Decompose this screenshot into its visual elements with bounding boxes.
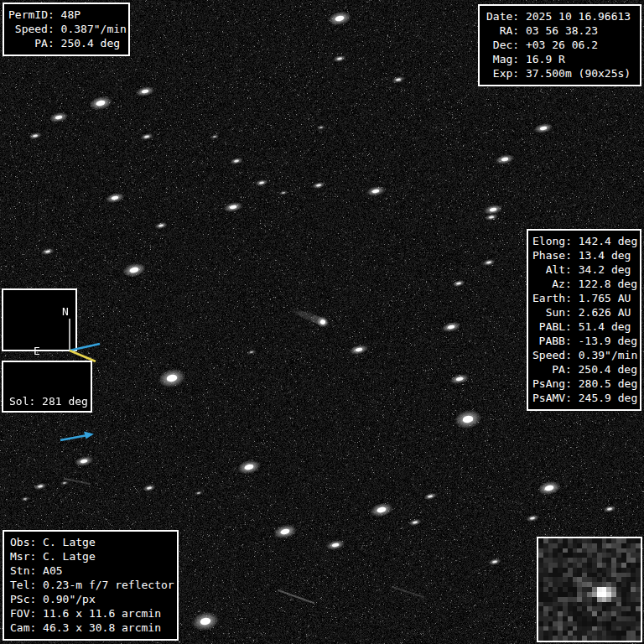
info-row: Msr:C. Latge bbox=[10, 549, 175, 564]
target-zoom-inset bbox=[537, 537, 642, 642]
info-value: 0.387"/min bbox=[55, 22, 127, 36]
target-info-box: PermID:48PSpeed:0.387"/minPA:250.4 deg bbox=[3, 3, 130, 56]
info-key: FOV: bbox=[10, 606, 36, 621]
info-key: PA: bbox=[8, 36, 55, 50]
info-value: 0.39"/min bbox=[572, 348, 637, 362]
info-row: Stn:A05 bbox=[10, 564, 175, 578]
info-key: RA: bbox=[486, 23, 519, 38]
sol-arrow-shaft bbox=[60, 435, 87, 440]
info-value: 1.765 AU bbox=[572, 291, 631, 305]
info-value: 2.626 AU bbox=[572, 305, 631, 319]
info-row: PABB:-13.9 deg bbox=[532, 334, 637, 348]
astrometry-view: PermID:48PSpeed:0.387"/minPA:250.4 deg D… bbox=[0, 0, 644, 644]
info-value: 280.5 deg bbox=[572, 377, 637, 391]
info-value: 0.90"/px bbox=[36, 592, 95, 606]
compass-box: N E bbox=[2, 288, 77, 351]
info-key: PsAMV: bbox=[532, 391, 572, 405]
info-key: Sol: bbox=[9, 394, 35, 408]
info-key: Date: bbox=[486, 9, 519, 23]
info-key: Speed: bbox=[8, 22, 55, 36]
info-value: +03 26 06.2 bbox=[519, 38, 598, 52]
info-value: 250.4 deg bbox=[572, 362, 637, 377]
info-value: 46.3 x 30.8 arcmin bbox=[36, 621, 161, 635]
info-key: Stn: bbox=[10, 564, 36, 578]
info-value: C. Latge bbox=[36, 535, 95, 549]
info-value: 34.2 deg bbox=[572, 262, 631, 277]
info-key: Exp: bbox=[486, 66, 519, 80]
info-value: C. Latge bbox=[36, 549, 95, 564]
info-key: Earth: bbox=[532, 291, 572, 305]
info-key: Mag: bbox=[486, 52, 519, 66]
sol-box: Sol:281 deg bbox=[2, 361, 92, 413]
compass-east-label: E bbox=[34, 345, 40, 357]
info-row: PSc:0.90"/px bbox=[10, 592, 175, 606]
info-key: PABL: bbox=[532, 319, 572, 334]
info-row: Obs:C. Latge bbox=[10, 535, 175, 549]
info-value: -13.9 deg bbox=[572, 334, 637, 348]
info-value: 13.4 deg bbox=[572, 248, 631, 262]
info-key: Dec: bbox=[486, 38, 519, 52]
info-row: Exp:37.500m (90x25s) bbox=[486, 66, 636, 80]
info-value: 142.4 deg bbox=[572, 234, 637, 248]
info-row: PermID:48P bbox=[8, 8, 127, 22]
info-value: 37.500m (90x25s) bbox=[519, 66, 631, 80]
info-value: 0.23-m f/7 reflector bbox=[36, 578, 174, 592]
info-value: 11.6 x 11.6 arcmin bbox=[36, 606, 161, 621]
ephemeris-info-box: Elong:142.4 degPhase:13.4 degAlt:34.2 de… bbox=[527, 229, 641, 411]
sol-arrow-graphic bbox=[35, 423, 116, 448]
info-row: Elong:142.4 deg bbox=[532, 234, 637, 248]
info-row: Phase:13.4 deg bbox=[532, 248, 637, 262]
info-key: Tel: bbox=[10, 578, 36, 592]
info-value: A05 bbox=[36, 564, 62, 578]
info-row: Mag:16.9 R bbox=[486, 52, 636, 66]
sol-arrow-head bbox=[84, 432, 94, 439]
info-value: 122.8 deg bbox=[572, 277, 637, 291]
info-value: 250.4 deg bbox=[55, 36, 120, 50]
info-key: PermID: bbox=[8, 8, 55, 22]
info-row: Date:2025 10 16.96613 bbox=[486, 9, 636, 23]
observation-info-box: Date:2025 10 16.96613RA:03 56 38.23Dec:+… bbox=[478, 4, 641, 86]
sun-direction-line bbox=[70, 344, 100, 351]
info-row: PsAng:280.5 deg bbox=[532, 377, 637, 391]
info-value: 245.9 deg bbox=[572, 391, 637, 405]
info-row: Earth:1.765 AU bbox=[532, 291, 637, 305]
info-key: Phase: bbox=[532, 248, 572, 262]
compass-graphic: N E bbox=[29, 304, 101, 364]
info-key: PSc: bbox=[10, 592, 36, 606]
info-row: Tel:0.23-m f/7 reflector bbox=[10, 578, 175, 592]
info-key: Sun: bbox=[532, 305, 572, 319]
info-row: Alt:34.2 deg bbox=[532, 262, 637, 277]
info-key: PABB: bbox=[532, 334, 572, 348]
sol-label: Sol:281 deg bbox=[9, 394, 87, 408]
info-value: 281 deg bbox=[35, 394, 88, 408]
info-value: 48P bbox=[55, 8, 80, 22]
info-row: Az:122.8 deg bbox=[532, 277, 637, 291]
info-row: PA:250.4 deg bbox=[8, 36, 127, 50]
info-row: PsAMV:245.9 deg bbox=[532, 391, 637, 405]
observer-info-box: Obs:C. LatgeMsr:C. LatgeStn:A05Tel:0.23-… bbox=[3, 530, 179, 641]
info-key: Alt: bbox=[532, 262, 572, 277]
info-key: Obs: bbox=[10, 535, 36, 549]
info-key: Cam: bbox=[10, 621, 36, 635]
target-zoom-image bbox=[538, 538, 641, 641]
info-key: Speed: bbox=[532, 348, 572, 362]
info-row: Speed:0.387"/min bbox=[8, 22, 127, 36]
info-row: PA:250.4 deg bbox=[532, 362, 637, 377]
info-key: PA: bbox=[532, 362, 572, 377]
info-row: FOV:11.6 x 11.6 arcmin bbox=[10, 606, 175, 621]
info-value: 03 56 38.23 bbox=[519, 23, 598, 38]
info-row: Sol:281 deg bbox=[9, 394, 87, 408]
info-key: Elong: bbox=[532, 234, 572, 248]
info-value: 16.9 R bbox=[519, 52, 565, 66]
info-key: Az: bbox=[532, 277, 572, 291]
info-row: Dec:+03 26 06.2 bbox=[486, 38, 636, 52]
info-row: Speed:0.39"/min bbox=[532, 348, 637, 362]
info-value: 2025 10 16.96613 bbox=[519, 9, 631, 23]
compass-north-label: N bbox=[62, 305, 69, 318]
info-value: 51.4 deg bbox=[572, 319, 631, 334]
info-row: RA:03 56 38.23 bbox=[486, 23, 636, 38]
info-row: Cam:46.3 x 30.8 arcmin bbox=[10, 621, 175, 635]
info-row: PABL:51.4 deg bbox=[532, 319, 637, 334]
info-row: Sun:2.626 AU bbox=[532, 305, 637, 319]
info-key: PsAng: bbox=[532, 377, 572, 391]
